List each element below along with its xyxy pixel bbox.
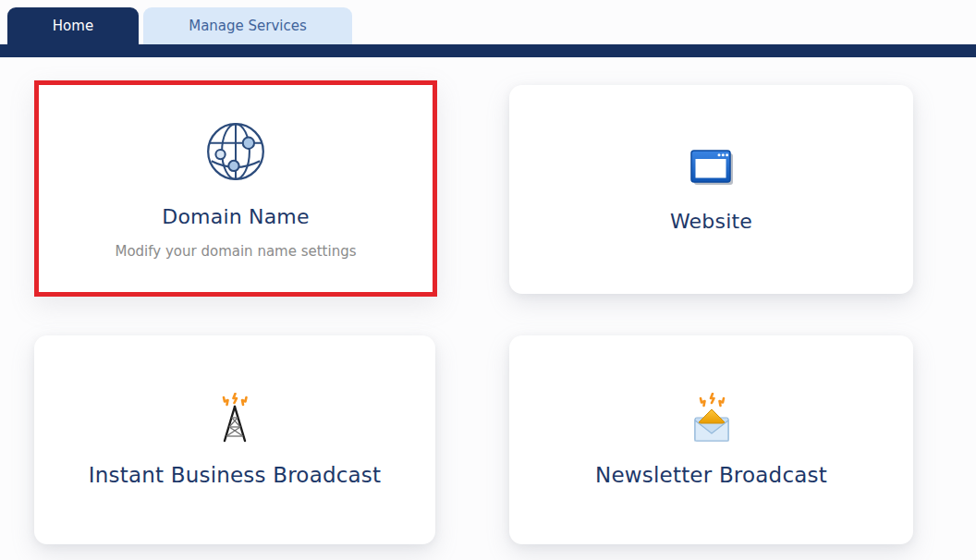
card-domain-name[interactable]: Domain Name Modify your domain name sett…	[34, 80, 437, 297]
card-newsletter-broadcast[interactable]: Newsletter Broadcast	[509, 335, 913, 544]
tab-bar: Home Manage Services	[7, 7, 352, 44]
tab-manage-services[interactable]: Manage Services	[143, 7, 352, 44]
tab-manage-services-label: Manage Services	[189, 18, 307, 34]
newsletter-envelope-icon	[689, 393, 735, 443]
tab-home-label: Home	[53, 18, 93, 34]
globe-network-icon	[202, 118, 269, 185]
card-domain-name-subtitle: Modify your domain name settings	[115, 243, 356, 260]
card-domain-name-title: Domain Name	[162, 205, 309, 228]
tab-home[interactable]: Home	[7, 7, 139, 44]
navy-divider-bar	[0, 44, 976, 57]
browser-window-icon	[689, 147, 735, 189]
card-website[interactable]: Website	[509, 85, 913, 294]
card-instant-business-broadcast-title: Instant Business Broadcast	[89, 463, 382, 487]
card-website-title: Website	[670, 210, 752, 233]
card-newsletter-broadcast-title: Newsletter Broadcast	[595, 463, 827, 487]
card-instant-business-broadcast[interactable]: Instant Business Broadcast	[34, 335, 435, 544]
broadcast-tower-icon	[213, 393, 257, 443]
